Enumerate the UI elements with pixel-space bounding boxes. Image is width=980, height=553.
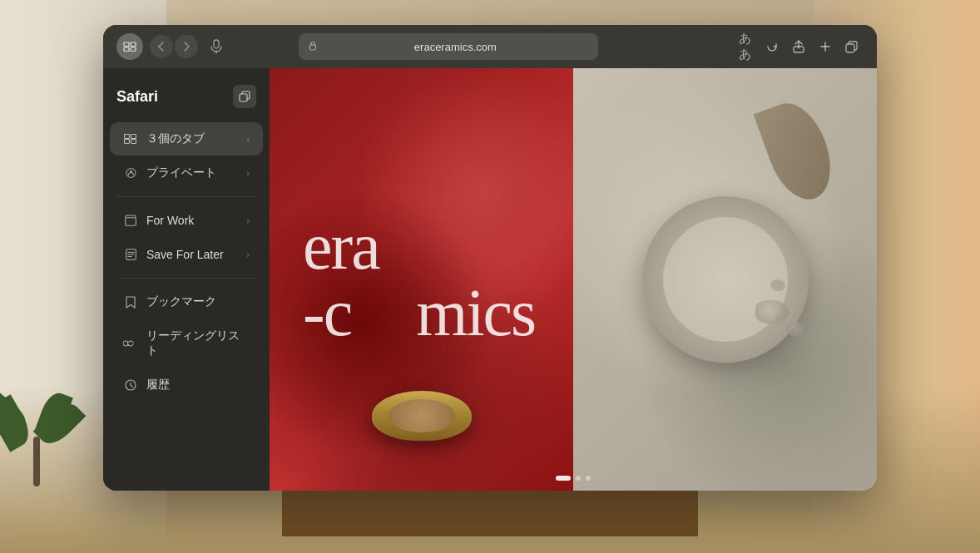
svg-rect-2 xyxy=(124,47,129,52)
sidebar-item-bookmarks[interactable]: ブックマーク xyxy=(110,285,263,318)
svg-rect-10 xyxy=(846,44,854,52)
forward-button[interactable] xyxy=(175,35,198,58)
sidebar-item-tabs[interactable]: ３個のタブ › xyxy=(110,122,263,156)
svg-rect-0 xyxy=(124,42,129,47)
sidebar-title: Safari xyxy=(116,88,158,106)
sidebar-divider-2 xyxy=(116,278,256,279)
add-tab-button[interactable] xyxy=(814,35,837,58)
aa-button[interactable]: ああ xyxy=(734,35,757,58)
ceramic-plate xyxy=(642,196,809,363)
rock-2 xyxy=(786,322,807,337)
address-bar[interactable]: eraceramics.com xyxy=(299,33,598,60)
svg-rect-1 xyxy=(131,42,136,47)
decorative-leaf xyxy=(754,95,843,209)
svg-point-17 xyxy=(130,170,132,173)
svg-rect-6 xyxy=(310,45,316,50)
sidebar-item-save-label: Save For Later xyxy=(146,248,238,261)
ceramics-left-panel xyxy=(270,68,573,491)
sidebar-item-private[interactable]: プライベート › xyxy=(110,156,263,190)
ceramic-bowl xyxy=(372,391,472,441)
refresh-button[interactable] xyxy=(760,35,784,58)
reading-list-icon xyxy=(123,336,138,351)
svg-rect-4 xyxy=(214,40,219,48)
save-for-later-icon xyxy=(123,247,138,262)
sidebar-item-tabs-label: ３個のタブ xyxy=(146,131,238,146)
rock-3 xyxy=(770,279,785,291)
svg-rect-18 xyxy=(126,218,136,226)
chevron-right-icon: › xyxy=(246,249,250,259)
sidebar-item-history-label: 履歴 xyxy=(146,378,250,393)
chevron-right-icon: › xyxy=(246,134,250,144)
lock-icon xyxy=(309,41,317,52)
bookmark-icon xyxy=(123,294,138,309)
rock-1 xyxy=(755,300,789,323)
sidebar-copy-button[interactable] xyxy=(233,85,256,108)
sidebar-item-reading-list[interactable]: リーディングリスト xyxy=(110,319,263,368)
sidebar-item-reading-label: リーディングリスト xyxy=(146,328,250,358)
sidebar-item-for-work[interactable]: For Work › xyxy=(110,204,263,237)
content-area: Safari ３個のタブ xyxy=(103,68,877,491)
svg-rect-15 xyxy=(131,140,136,144)
history-icon xyxy=(123,378,138,393)
sidebar-item-history[interactable]: 履歴 xyxy=(110,368,263,402)
dot-1 xyxy=(556,476,571,481)
sidebar-item-private-label: プライベート xyxy=(146,165,238,180)
dot-3 xyxy=(586,476,591,481)
sidebar-header: Safari xyxy=(103,81,270,121)
tabs-button[interactable] xyxy=(840,35,864,58)
svg-point-23 xyxy=(123,341,128,346)
main-content: era -c mics xyxy=(270,68,877,491)
svg-rect-3 xyxy=(131,47,136,52)
svg-rect-14 xyxy=(125,140,130,144)
carousel-dots xyxy=(556,476,591,481)
sidebar-item-save-for-later[interactable]: Save For Later › xyxy=(110,238,263,271)
toolbar: eraceramics.com ああ xyxy=(103,25,877,68)
for-work-icon xyxy=(123,213,138,228)
chevron-right-icon: › xyxy=(246,215,250,225)
tab-overview-button[interactable] xyxy=(116,33,143,60)
share-button[interactable] xyxy=(787,35,810,58)
private-icon xyxy=(123,165,138,180)
microphone-button[interactable] xyxy=(205,35,228,58)
svg-rect-13 xyxy=(131,135,136,139)
navigation-buttons xyxy=(150,35,198,58)
tabs-group-icon xyxy=(123,131,138,146)
sidebar-divider xyxy=(116,196,256,197)
address-text: eraceramics.com xyxy=(322,41,588,53)
sidebar: Safari ３個のタブ xyxy=(103,68,270,491)
dot-2 xyxy=(576,476,581,481)
sidebar-item-for-work-label: For Work xyxy=(146,214,238,227)
chevron-right-icon: › xyxy=(246,168,250,178)
browser-window: eraceramics.com ああ xyxy=(103,25,877,491)
back-button[interactable] xyxy=(150,35,173,58)
sidebar-item-bookmarks-label: ブックマーク xyxy=(146,294,250,309)
toolbar-right-buttons: ああ xyxy=(734,35,864,58)
svg-rect-11 xyxy=(240,94,247,101)
plant xyxy=(8,353,75,486)
ceramics-right-panel xyxy=(573,68,877,491)
ceramics-background xyxy=(270,68,877,491)
svg-rect-12 xyxy=(125,135,130,139)
